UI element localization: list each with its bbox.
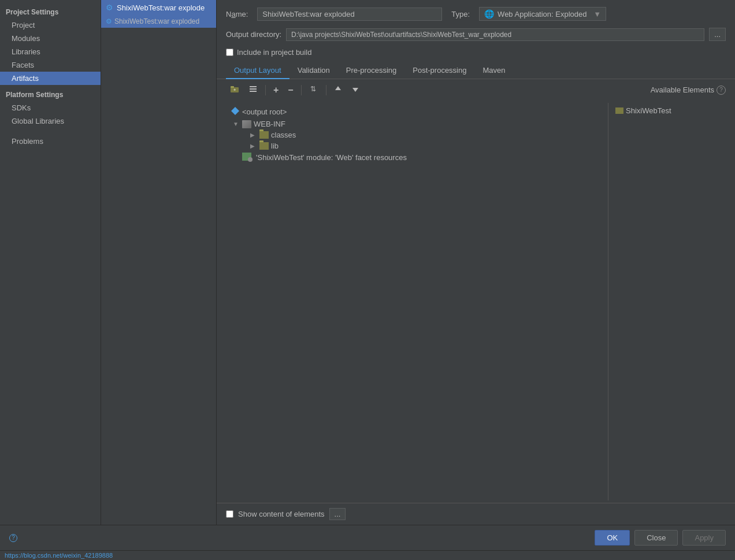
web-inf-label: WEB-INF — [254, 120, 285, 128]
svg-marker-9 — [231, 107, 239, 115]
folder-classes-icon — [259, 131, 269, 139]
tree-node-output-root[interactable]: <output root> — [221, 105, 603, 118]
sidebar-item-global-libraries[interactable]: Global Libraries — [0, 114, 101, 128]
down-icon — [351, 85, 359, 93]
output-dir-label: Output directory: — [226, 30, 281, 39]
svg-rect-4 — [250, 88, 257, 90]
toolbar-down-button[interactable] — [347, 83, 363, 97]
toolbar-row: + + − ⇅ — [217, 79, 735, 101]
available-elements-text: Available Elements — [651, 86, 714, 94]
artifact-panel: ⚙ ShixiWebTest:war explode ⚙ ShixiWebTes… — [101, 0, 217, 525]
artifact-panel-header: ⚙ ShixiWebTest:war explode — [101, 0, 216, 15]
sidebar-item-facets[interactable]: Facets — [0, 58, 101, 72]
output-root-icon — [231, 106, 240, 117]
svg-text:+: + — [233, 87, 236, 92]
ok-button[interactable]: OK — [595, 530, 630, 546]
project-settings-header: Project Settings — [0, 5, 101, 18]
tab-validation[interactable]: Validation — [289, 62, 338, 79]
available-item-label: ShixiWebTest — [626, 106, 671, 115]
folder-plus-icon: + — [230, 84, 239, 94]
status-bar: https://blog.csdn.net/weixin_42189888 — [0, 550, 735, 560]
help-link[interactable]: ? — [9, 534, 17, 542]
tree-node-web-inf[interactable]: ▼ WEB-INF — [221, 118, 603, 129]
bottom-bar: Show content of elements ... — [217, 503, 735, 525]
up-icon — [334, 85, 342, 93]
chevron-down-icon: ▼ — [593, 10, 601, 18]
help-icon[interactable]: ? — [717, 86, 726, 95]
cancel-button[interactable]: Close — [634, 530, 678, 546]
toolbar-list-button[interactable] — [244, 83, 262, 97]
name-input[interactable] — [257, 8, 442, 21]
sidebar-item-modules[interactable]: Modules — [0, 32, 101, 45]
sort-icon: ⇅ — [309, 84, 318, 94]
list-icon — [248, 84, 258, 94]
available-item-shixiwebtest[interactable]: ShixiWebTest — [613, 105, 730, 116]
sidebar-item-sdks[interactable]: SDKs — [0, 101, 101, 114]
platform-settings-header: Platform Settings — [0, 85, 101, 101]
artifact-panel-icon: ⚙ — [106, 3, 113, 12]
tree-right-panel: ShixiWebTest — [608, 103, 735, 500]
folder-webinf-icon — [242, 120, 251, 128]
svg-text:⇅: ⇅ — [310, 85, 316, 93]
lib-label: lib — [271, 142, 279, 150]
name-label: Name: — [226, 10, 248, 18]
toolbar-separator-2 — [301, 85, 302, 95]
include-project-build-label: Include in project build — [237, 48, 311, 57]
more-options-button[interactable]: ... — [329, 508, 346, 520]
artifact-list-item[interactable]: ⚙ ShixiWebTest:war exploded — [101, 15, 216, 28]
tabs-bar: Output Layout Validation Pre-processing … — [217, 62, 735, 79]
minus-icon: − — [288, 85, 293, 95]
svg-rect-3 — [250, 86, 257, 87]
toolbar-sort-button[interactable]: ⇅ — [305, 83, 322, 97]
tree-node-classes[interactable]: ▶ classes — [221, 129, 603, 140]
artifact-item-label: ShixiWebTest:war exploded — [114, 17, 199, 25]
sidebar-item-artifacts[interactable]: Artifacts — [0, 72, 101, 85]
toolbar-folder-button[interactable]: + — [226, 83, 243, 97]
expand-arrow-classes: ▶ — [250, 132, 259, 138]
facet-icon — [242, 153, 254, 162]
tree-node-lib[interactable]: ▶ lib — [221, 140, 603, 151]
sidebar-item-problems[interactable]: Problems — [0, 135, 101, 148]
available-elements-label: Available Elements ? — [651, 86, 726, 95]
tree-left-panel: <output root> ▼ WEB-INF ▶ classes ▶ — [217, 103, 608, 500]
sidebar-item-libraries[interactable]: Libraries — [0, 45, 101, 58]
toolbar-add-button[interactable]: + — [269, 83, 283, 97]
apply-button[interactable]: Apply — [682, 530, 726, 546]
expand-arrow-lib: ▶ — [250, 143, 259, 149]
svg-marker-7 — [335, 86, 341, 90]
name-type-row: Name: Type: 🌐 Web Application: Exploded … — [217, 0, 735, 25]
type-label: Type: — [451, 10, 470, 18]
tab-output-layout[interactable]: Output Layout — [226, 62, 289, 79]
type-icon: 🌐 — [484, 9, 494, 18]
status-url: https://blog.csdn.net/weixin_42189888 — [5, 552, 113, 559]
include-project-build-checkbox[interactable] — [226, 49, 233, 56]
question-icon: ? — [9, 534, 17, 542]
tree-node-facet-resources[interactable]: 'ShixiWebTest' module: 'Web' facet resou… — [221, 151, 603, 164]
tab-post-processing[interactable]: Post-processing — [404, 62, 474, 79]
toolbar-up-button[interactable] — [330, 83, 346, 97]
add-icon: + — [273, 85, 279, 95]
type-value: Web Application: Exploded — [498, 10, 586, 18]
show-content-label: Show content of elements — [238, 510, 325, 518]
output-dir-row: Output directory: ... — [217, 25, 735, 46]
include-project-build-row: Include in project build — [217, 46, 735, 61]
tree-content: <output root> ▼ WEB-INF ▶ classes ▶ — [217, 101, 735, 503]
svg-rect-5 — [250, 91, 257, 92]
sidebar: Project Settings Project Modules Librari… — [0, 0, 101, 525]
artifact-item-icon: ⚙ — [106, 17, 112, 25]
browse-button[interactable]: ... — [709, 28, 726, 41]
dialog-footer: ? OK Close Apply — [0, 525, 735, 550]
folder-lib-icon — [259, 142, 269, 150]
output-dir-input[interactable] — [286, 28, 704, 41]
show-content-checkbox[interactable] — [226, 510, 233, 518]
output-root-label: <output root> — [242, 107, 287, 116]
tab-maven[interactable]: Maven — [474, 62, 513, 79]
type-dropdown[interactable]: 🌐 Web Application: Exploded ▼ — [479, 7, 606, 21]
toolbar-remove-button[interactable]: − — [284, 83, 297, 97]
expand-arrow-webinf: ▼ — [233, 121, 242, 127]
content-panel: Name: Type: 🌐 Web Application: Exploded … — [217, 0, 735, 525]
tab-pre-processing[interactable]: Pre-processing — [338, 62, 404, 79]
facet-resources-label: 'ShixiWebTest' module: 'Web' facet resou… — [256, 153, 407, 162]
classes-label: classes — [271, 131, 296, 139]
sidebar-item-project[interactable]: Project — [0, 18, 101, 32]
